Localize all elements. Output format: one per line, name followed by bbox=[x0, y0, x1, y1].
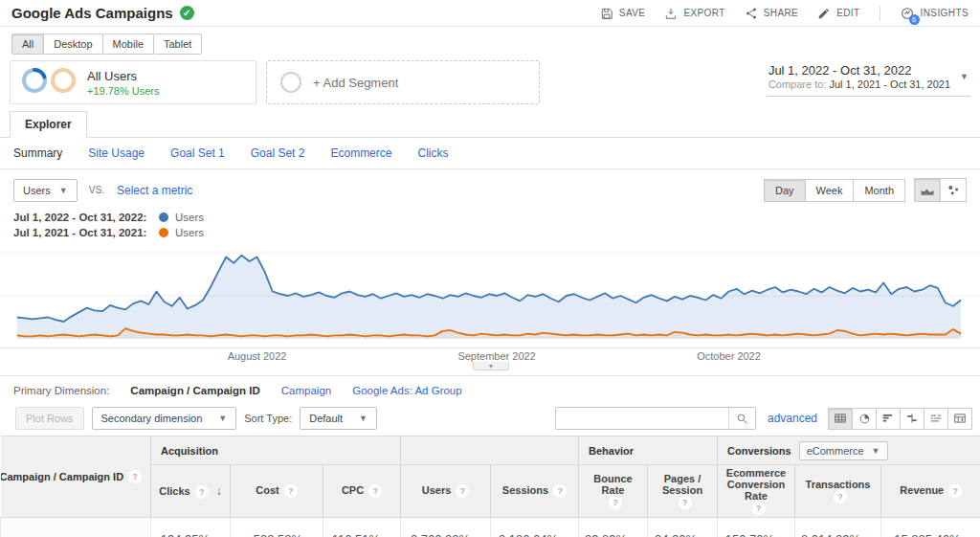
column-header-pages-session[interactable]: Pages / Session? bbox=[648, 465, 718, 518]
primary-dimension-row: Primary Dimension: Campaign / Campaign I… bbox=[0, 376, 980, 403]
total-bounce-rate: 29.89%▼ bbox=[579, 518, 648, 537]
plot-rows-button[interactable]: Plot Rows bbox=[15, 407, 84, 430]
device-tab-desktop[interactable]: Desktop bbox=[43, 34, 102, 55]
column-header-users[interactable]: Users? bbox=[401, 465, 491, 518]
granularity-month[interactable]: Month bbox=[853, 179, 905, 202]
total-revenue: 15,885.46%▲ bbox=[881, 518, 980, 537]
column-header-campaign-id[interactable]: Campaign / Campaign ID ? bbox=[1, 436, 151, 518]
segment-delta: +19.78% Users bbox=[87, 85, 160, 97]
advanced-search-link[interactable]: advanced bbox=[768, 412, 817, 425]
dimension-campaign[interactable]: Campaign bbox=[281, 385, 331, 396]
column-header-revenue[interactable]: Revenue? bbox=[881, 465, 980, 518]
legend-row-current: Jul 1, 2022 - Oct 31, 2022: Users bbox=[13, 210, 967, 225]
chart-type-toggle bbox=[915, 178, 967, 202]
column-header-bounce-rate[interactable]: Bounce Rate? bbox=[579, 465, 648, 518]
help-icon[interactable]: ? bbox=[284, 484, 298, 498]
vs-label: VS. bbox=[89, 185, 105, 195]
total-sessions: 3,136.64%▲ bbox=[491, 518, 579, 537]
table-search: advanced bbox=[555, 407, 972, 430]
segment-title: All Users bbox=[87, 69, 160, 83]
table-view-buttons bbox=[829, 408, 972, 430]
select-metric-link[interactable]: Select a metric bbox=[117, 184, 192, 197]
subtab-goal-set-2[interactable]: Goal Set 2 bbox=[251, 146, 305, 160]
help-icon[interactable]: ? bbox=[553, 484, 567, 498]
metric-dropdown[interactable]: Users ▼ bbox=[13, 179, 78, 202]
sort-descending-icon[interactable]: ↓ bbox=[216, 484, 222, 498]
line-chart-view-button[interactable] bbox=[914, 178, 941, 202]
group-header-blank bbox=[401, 436, 579, 465]
help-icon[interactable]: ? bbox=[456, 484, 469, 498]
subtab-summary[interactable]: Summary bbox=[13, 146, 62, 160]
column-header-cost[interactable]: Cost? bbox=[231, 465, 323, 518]
share-button[interactable]: SHARE bbox=[745, 7, 798, 20]
add-segment-button[interactable]: + Add Segment bbox=[266, 60, 540, 104]
total-cost: 538.58%▲ bbox=[231, 518, 323, 537]
help-icon[interactable]: ? bbox=[948, 484, 962, 498]
chevron-down-icon: ▼ bbox=[59, 186, 68, 195]
save-button[interactable]: SAVE bbox=[600, 7, 646, 20]
total-ecommerce-conversion-rate: 150.70%▲ bbox=[718, 518, 795, 537]
motion-chart-view-button[interactable] bbox=[940, 178, 967, 202]
help-icon[interactable]: ? bbox=[368, 484, 382, 498]
performance-view-button[interactable] bbox=[876, 408, 901, 430]
subtab-site-usage[interactable]: Site Usage bbox=[88, 146, 145, 160]
timeseries-chart[interactable]: August 2022September 2022October 2022 ▼ bbox=[0, 248, 980, 371]
legend-dot-orange bbox=[159, 228, 168, 237]
granularity-day[interactable]: Day bbox=[764, 179, 806, 202]
x-axis-label: August 2022 bbox=[228, 350, 287, 362]
dimension-campaign-id[interactable]: Campaign / Campaign ID bbox=[130, 385, 259, 396]
column-header-clicks[interactable]: Clicks?↓ bbox=[151, 465, 231, 518]
dimension-ad-group[interactable]: Google Ads: Ad Group bbox=[352, 385, 461, 396]
column-header-cpc[interactable]: CPC? bbox=[323, 465, 401, 518]
column-header-transactions[interactable]: Transactions? bbox=[795, 465, 881, 518]
group-header-behavior: Behavior bbox=[579, 436, 718, 465]
column-header-ecommerce-conversion-rate[interactable]: Ecommerce Conversion Rate? bbox=[718, 465, 795, 518]
edit-icon bbox=[817, 7, 831, 20]
insights-badge: 6 bbox=[909, 14, 920, 25]
term-cloud-view-button[interactable] bbox=[924, 408, 948, 430]
primary-dimension-label: Primary Dimension: bbox=[13, 385, 109, 396]
segment-row: All Users +19.78% Users + Add Segment Ju… bbox=[10, 60, 970, 104]
secondary-dimension-dropdown[interactable]: Secondary dimension ▼ bbox=[92, 407, 237, 430]
insights-button[interactable]: 6 INSIGHTS bbox=[900, 6, 969, 21]
help-icon[interactable]: ? bbox=[834, 490, 847, 503]
chart-canvas[interactable] bbox=[0, 248, 980, 344]
subtab-clicks[interactable]: Clicks bbox=[417, 146, 448, 160]
subtab-ecommerce[interactable]: Ecommerce bbox=[330, 146, 391, 160]
save-icon bbox=[600, 7, 613, 20]
campaign-data-table: Campaign / Campaign ID ? Acquisition Beh… bbox=[0, 436, 980, 537]
subtab-goal-set-1[interactable]: Goal Set 1 bbox=[170, 146, 225, 160]
chevron-down-icon: ▼ bbox=[218, 414, 227, 423]
percentage-view-button[interactable] bbox=[852, 408, 877, 430]
table-search-input[interactable] bbox=[556, 408, 728, 429]
total-users: 2,760.32%▲ bbox=[401, 518, 491, 537]
export-button[interactable]: EXPORT bbox=[664, 7, 724, 20]
device-tab-tablet[interactable]: Tablet bbox=[153, 34, 202, 55]
conversions-goal-selector[interactable]: eCommerce ▼ bbox=[799, 441, 888, 460]
help-icon[interactable]: ? bbox=[195, 485, 209, 499]
explorer-tab-bar: Explorer bbox=[0, 110, 980, 138]
help-icon[interactable]: ? bbox=[609, 496, 622, 509]
help-icon[interactable]: ? bbox=[752, 502, 766, 515]
comparison-view-button[interactable] bbox=[900, 408, 924, 430]
search-icon[interactable] bbox=[728, 408, 755, 429]
column-header-sessions[interactable]: Sessions? bbox=[491, 465, 579, 518]
edit-button[interactable]: EDIT bbox=[817, 7, 859, 20]
segment-donut-icon bbox=[20, 65, 79, 100]
help-icon[interactable]: ? bbox=[128, 470, 142, 483]
pivot-view-button[interactable] bbox=[947, 408, 972, 430]
granularity-week[interactable]: Week bbox=[805, 179, 855, 202]
device-tab-all[interactable]: All bbox=[11, 34, 44, 55]
date-range-primary: Jul 1, 2022 - Oct 31, 2022 bbox=[768, 63, 950, 78]
date-range-picker[interactable]: Jul 1, 2022 - Oct 31, 2022 Compare to: J… bbox=[767, 60, 970, 97]
chart-collapse-handle[interactable]: ▼ bbox=[473, 362, 509, 370]
segment-all-users[interactable]: All Users +19.78% Users bbox=[10, 60, 256, 104]
metric-selector-row: Users ▼ VS. Select a metric Day Week Mon… bbox=[0, 169, 980, 206]
help-icon[interactable]: ? bbox=[679, 496, 692, 509]
tab-explorer[interactable]: Explorer bbox=[10, 111, 87, 138]
table-view-button[interactable] bbox=[828, 408, 853, 430]
device-tab-mobile[interactable]: Mobile bbox=[102, 34, 154, 55]
chart-handle-row: ▼ bbox=[0, 362, 980, 371]
sort-type-dropdown[interactable]: Default ▼ bbox=[300, 407, 377, 430]
share-icon bbox=[745, 7, 758, 20]
